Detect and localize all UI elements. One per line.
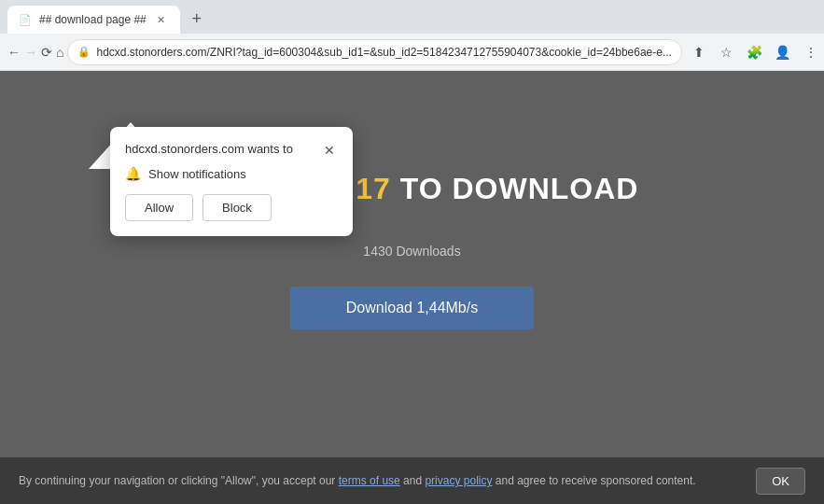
menu-button[interactable]: ⋮ (798, 39, 824, 65)
browser-window: 📄 ## download page ## ✕ + ← → ⟳ ⌂ 🔒 hdcx… (0, 0, 824, 504)
url-text: hdcxd.stonorders.com/ZNRI?tag_id=600304&… (96, 46, 671, 59)
footer-text-after: and agree to receive sponsored content. (492, 474, 695, 487)
block-button[interactable]: Block (203, 194, 272, 221)
forward-button[interactable]: → (24, 39, 37, 65)
page-content: hdcxd.stonorders.com wants to ✕ 🔔 Show n… (0, 71, 824, 457)
headline-suffix: TO DOWNLOAD (391, 172, 639, 205)
address-bar[interactable]: 🔒 hdcxd.stonorders.com/ZNRI?tag_id=60030… (67, 39, 681, 65)
home-button[interactable]: ⌂ (56, 39, 63, 65)
footer-text: By continuing your navigation or clickin… (19, 472, 737, 489)
share-button[interactable]: ⬆ (686, 39, 712, 65)
popup-title: hdcxd.stonorders.com wants to (125, 142, 293, 156)
popup-close-button[interactable]: ✕ (321, 142, 338, 159)
terms-of-use-link[interactable]: terms of use (339, 474, 400, 487)
footer-bar: By continuing your navigation or clickin… (0, 457, 824, 504)
ok-button[interactable]: OK (756, 468, 805, 495)
notification-label: Show notifications (148, 167, 246, 181)
profile-button[interactable]: 👤 (770, 39, 796, 65)
extensions-button[interactable]: 🧩 (742, 39, 768, 65)
popup-header: hdcxd.stonorders.com wants to ✕ (125, 142, 338, 159)
privacy-policy-link[interactable]: privacy policy (425, 474, 492, 487)
popup-buttons: Allow Block (125, 194, 338, 221)
reload-button[interactable]: ⟳ (41, 39, 52, 65)
download-button[interactable]: Download 1,44Mb/s (290, 287, 534, 329)
allow-button[interactable]: Allow (125, 194, 193, 221)
tab-favicon: 📄 (19, 14, 32, 26)
tab-title: ## download page ## (39, 13, 147, 26)
tab-close-button[interactable]: ✕ (154, 12, 169, 27)
active-tab[interactable]: 📄 ## download page ## ✕ (7, 6, 180, 34)
popup-notification-row: 🔔 Show notifications (125, 166, 338, 181)
headline-number: 17 (356, 172, 391, 205)
footer-text-between: and (400, 474, 426, 487)
footer-text-before-link1: By continuing your navigation or clickin… (19, 474, 339, 487)
bell-icon: 🔔 (125, 166, 141, 181)
tab-bar: 📄 ## download page ## ✕ + (0, 0, 824, 34)
nav-bar: ← → ⟳ ⌂ 🔒 hdcxd.stonorders.com/ZNRI?tag_… (0, 34, 824, 71)
new-tab-button[interactable]: + (184, 6, 210, 32)
notification-popup: hdcxd.stonorders.com wants to ✕ 🔔 Show n… (110, 127, 353, 236)
lock-icon: 🔒 (77, 46, 91, 58)
nav-actions: ⬆ ☆ 🧩 👤 ⋮ (686, 39, 824, 65)
bookmark-button[interactable]: ☆ (714, 39, 740, 65)
downloads-count: 1430 Downloads (363, 244, 460, 259)
back-button[interactable]: ← (7, 39, 21, 65)
